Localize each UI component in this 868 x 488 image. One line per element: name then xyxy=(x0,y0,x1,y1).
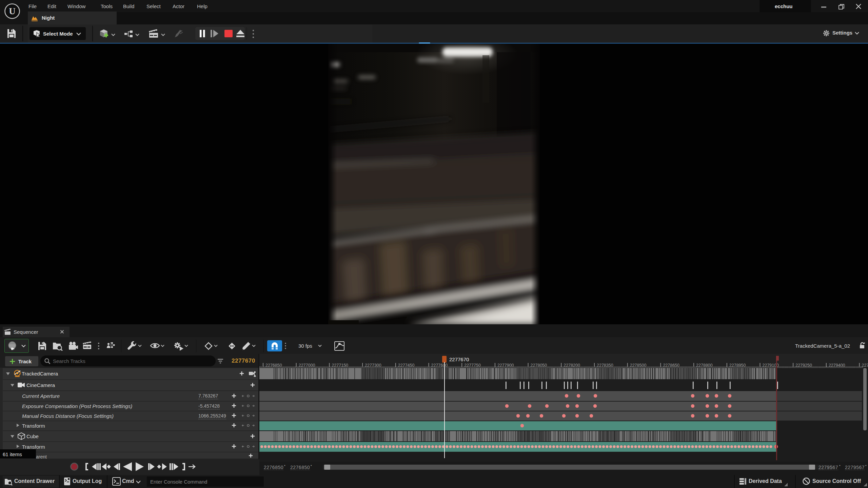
svg-text:2277300: 2277300 xyxy=(365,363,381,368)
svg-text:2278800: 2278800 xyxy=(696,363,713,368)
svg-text:U: U xyxy=(9,6,16,16)
svg-text:2277670: 2277670 xyxy=(449,357,469,362)
svg-text:2278050: 2278050 xyxy=(531,363,547,368)
